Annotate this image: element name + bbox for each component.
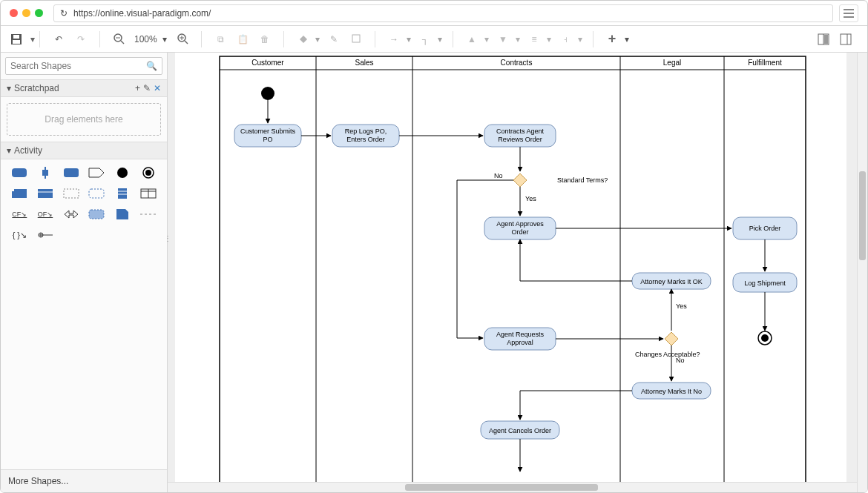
stroke-button[interactable]: ✎ bbox=[324, 30, 343, 49]
activity-review-order[interactable]: Contracts Agent Reviews Order bbox=[484, 125, 556, 147]
sidebar-splitter[interactable]: ⋮ bbox=[165, 223, 170, 253]
lane-contracts[interactable]: Contracts bbox=[501, 59, 533, 67]
svg-point-22 bbox=[145, 170, 151, 176]
lane-fulfillment[interactable]: Fulfillment bbox=[748, 59, 782, 67]
svg-rect-18 bbox=[42, 170, 48, 176]
shape-palette: CF↘ OF↘ { }↘ bbox=[1, 159, 167, 248]
fill-button[interactable] bbox=[293, 30, 312, 49]
svg-line-7 bbox=[185, 41, 188, 44]
pal-datastore[interactable] bbox=[37, 188, 53, 199]
pal-note[interactable] bbox=[114, 208, 131, 220]
reload-icon[interactable]: ↻ bbox=[60, 8, 68, 19]
pal-interrupt[interactable] bbox=[88, 188, 105, 199]
pal-initial[interactable] bbox=[114, 167, 131, 179]
svg-text:Agent Approves: Agent Approves bbox=[496, 220, 544, 228]
copy-button[interactable]: ⧉ bbox=[211, 30, 230, 49]
pal-dash[interactable] bbox=[140, 208, 157, 220]
maximize-window[interactable] bbox=[35, 9, 43, 17]
outline-panel-toggle[interactable] bbox=[836, 30, 855, 49]
close-window[interactable] bbox=[10, 9, 18, 17]
save-button[interactable] bbox=[7, 30, 26, 49]
activity-approve-order[interactable]: Agent Approves Order bbox=[484, 217, 556, 239]
scratchpad-header[interactable]: ▾Scratchpad + ✎ ✕ bbox=[1, 79, 167, 97]
pal-accept[interactable] bbox=[88, 167, 105, 179]
minimize-window[interactable] bbox=[22, 9, 30, 17]
pal-pin[interactable] bbox=[37, 229, 53, 241]
pal-final[interactable] bbox=[140, 167, 157, 179]
pal-activity2[interactable] bbox=[63, 167, 79, 179]
scratchpad-dropzone[interactable]: Drag elements here bbox=[7, 103, 161, 136]
svg-text:Attorney Marks It No: Attorney Marks It No bbox=[641, 388, 702, 395]
more-shapes[interactable]: More Shapes... bbox=[1, 469, 167, 492]
activity-cancel-order[interactable]: Agent Cancels Order bbox=[481, 421, 559, 439]
undo-button[interactable]: ↶ bbox=[49, 30, 68, 49]
label-standard-terms: Standard Terms? bbox=[557, 176, 608, 184]
activity-submit-po[interactable]: Customer Submits PO bbox=[234, 125, 301, 147]
redo-button[interactable]: ↷ bbox=[71, 30, 91, 49]
distribute[interactable]: ⫞ bbox=[556, 30, 575, 49]
connector-straight[interactable]: → bbox=[384, 30, 404, 49]
lane-legal[interactable]: Legal bbox=[663, 59, 681, 67]
lane-customer[interactable]: Customer bbox=[251, 59, 284, 67]
svg-text:Enters Order: Enters Order bbox=[346, 136, 385, 143]
svg-text:Agent Requests: Agent Requests bbox=[496, 331, 545, 338]
svg-rect-2 bbox=[13, 35, 19, 39]
zoom-in-button[interactable] bbox=[173, 30, 192, 49]
canvas[interactable]: Customer Sales Contracts Legal Fulfillme… bbox=[168, 53, 867, 492]
activity-attorney-no[interactable]: Attorney Marks It No bbox=[632, 383, 711, 399]
diagram[interactable]: Customer Sales Contracts Legal Fulfillme… bbox=[168, 53, 858, 492]
paste-button[interactable]: 📋 bbox=[233, 30, 252, 49]
final-node[interactable] bbox=[758, 331, 772, 345]
label-no1: No bbox=[494, 172, 503, 179]
activity-rep-logs[interactable]: Rep Logs PO, Enters Order bbox=[332, 125, 399, 147]
connector-ortho[interactable]: ┐ bbox=[415, 30, 435, 49]
svg-text:Order: Order bbox=[511, 228, 528, 236]
lane-sales[interactable]: Sales bbox=[355, 59, 373, 67]
save-caret[interactable]: ▾ bbox=[29, 30, 36, 49]
activity-request-approval[interactable]: Agent Requests Approval bbox=[484, 328, 556, 350]
vertical-scrollbar[interactable] bbox=[857, 53, 867, 492]
pal-exception[interactable] bbox=[63, 208, 79, 220]
to-back[interactable]: ▼ bbox=[493, 30, 513, 49]
label-yes1: Yes bbox=[525, 195, 536, 202]
search-icon[interactable]: 🔍 bbox=[146, 61, 157, 71]
zoom-out-button[interactable] bbox=[109, 30, 128, 49]
shape-search[interactable]: 🔍 bbox=[5, 57, 162, 75]
activity-header[interactable]: ▾Activity bbox=[1, 142, 167, 159]
align[interactable]: ≡ bbox=[525, 30, 544, 49]
label-yes2: Yes bbox=[676, 302, 687, 310]
activity-pick-order[interactable]: Pick Order bbox=[733, 217, 797, 239]
svg-line-4 bbox=[121, 41, 124, 44]
shadow-button[interactable] bbox=[346, 30, 366, 49]
insert-button[interactable]: + bbox=[602, 30, 622, 49]
search-input[interactable] bbox=[10, 61, 146, 71]
address-bar[interactable]: ↻ https://online.visual-paradigm.com/ bbox=[53, 4, 833, 22]
zoom-level[interactable]: 100% ▾ bbox=[131, 34, 170, 44]
menu-button[interactable] bbox=[839, 4, 858, 22]
pal-action[interactable] bbox=[88, 208, 105, 220]
pal-of[interactable]: OF↘ bbox=[37, 208, 53, 220]
pal-region[interactable] bbox=[63, 188, 79, 199]
pal-object[interactable] bbox=[11, 188, 27, 199]
activity-log-shipment[interactable]: Log Shipment bbox=[733, 273, 797, 292]
delete-button[interactable]: 🗑 bbox=[255, 30, 274, 49]
pal-cf[interactable]: CF↘ bbox=[11, 208, 27, 220]
add-icon[interactable]: + bbox=[135, 83, 140, 93]
toolbar: ▾ ↶ ↷ 100% ▾ ⧉ 📋 🗑 ▾ ✎ → ▾ ┐ ▾ ▲▾ ▼▾ ≡▾ … bbox=[1, 26, 867, 53]
edit-icon[interactable]: ✎ bbox=[143, 83, 151, 93]
pal-buffer[interactable] bbox=[114, 188, 131, 199]
activity-attorney-ok[interactable]: Attorney Marks It OK bbox=[632, 273, 711, 289]
pal-swimlane[interactable] bbox=[140, 188, 157, 199]
svg-text:Approval: Approval bbox=[507, 339, 533, 346]
format-panel-toggle[interactable] bbox=[814, 30, 833, 49]
svg-text:Rep Logs PO,: Rep Logs PO, bbox=[345, 128, 387, 135]
to-front[interactable]: ▲ bbox=[462, 30, 481, 49]
pal-activity[interactable] bbox=[11, 167, 27, 179]
pal-partition-v[interactable] bbox=[37, 167, 53, 179]
close-icon[interactable]: ✕ bbox=[154, 83, 161, 93]
sidebar: 🔍 ▾Scratchpad + ✎ ✕ Drag elements here ▾… bbox=[1, 53, 168, 492]
horizontal-scrollbar[interactable] bbox=[168, 482, 857, 492]
svg-point-71 bbox=[761, 334, 769, 342]
initial-node[interactable] bbox=[261, 87, 274, 100]
pal-constraint[interactable]: { }↘ bbox=[11, 229, 27, 241]
